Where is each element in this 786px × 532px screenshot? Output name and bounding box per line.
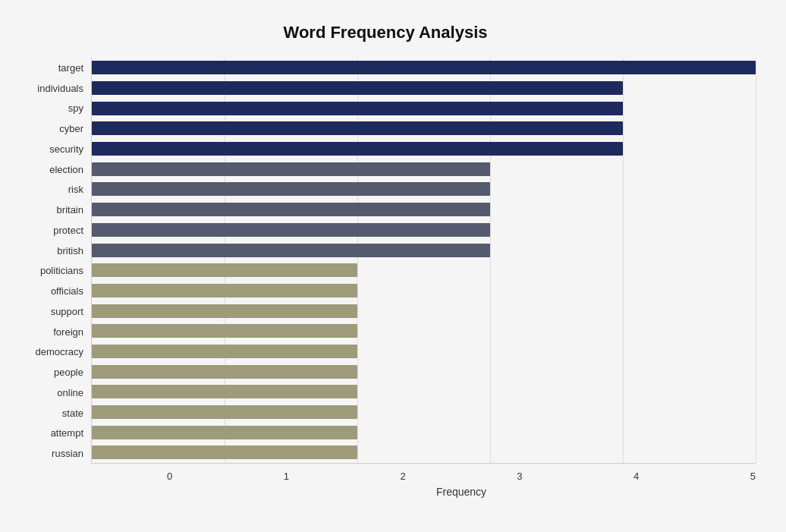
bar-state bbox=[92, 405, 357, 419]
bar-row bbox=[92, 59, 756, 76]
x-axis: 012345 bbox=[167, 467, 756, 482]
y-label-online: online bbox=[57, 388, 83, 398]
bar-row bbox=[92, 80, 756, 96]
bar-foreign bbox=[92, 324, 357, 338]
grid-line bbox=[490, 58, 491, 463]
bar-russian bbox=[92, 445, 357, 459]
bar-row bbox=[92, 140, 756, 157]
y-label-officials: officials bbox=[51, 286, 83, 296]
y-label-foreign: foreign bbox=[53, 327, 83, 337]
x-tick-5: 5 bbox=[750, 471, 756, 482]
bar-protect bbox=[92, 223, 490, 237]
grid-line bbox=[357, 58, 358, 463]
y-label-individuals: individuals bbox=[37, 83, 83, 93]
bar-row bbox=[92, 100, 756, 117]
y-label-risk: risk bbox=[68, 184, 83, 194]
chart-title: Word Frequency Analysis bbox=[15, 15, 756, 42]
bar-people bbox=[92, 365, 357, 379]
bar-security bbox=[92, 142, 623, 156]
x-tick-3: 3 bbox=[517, 471, 522, 482]
grid-line bbox=[623, 58, 624, 463]
bar-cyber bbox=[92, 121, 623, 135]
bar-democracy bbox=[92, 345, 357, 358]
y-label-britain: britain bbox=[57, 205, 83, 215]
x-tick-0: 0 bbox=[167, 471, 172, 482]
bottom-section: 012345 Frequency bbox=[91, 467, 756, 498]
bar-row bbox=[92, 444, 756, 461]
bar-officials bbox=[92, 284, 357, 297]
y-label-support: support bbox=[51, 307, 83, 316]
y-label-politicians: politicians bbox=[40, 266, 83, 275]
x-tick-2: 2 bbox=[401, 471, 406, 482]
bar-row bbox=[92, 181, 756, 197]
bar-attempt bbox=[92, 426, 357, 439]
x-tick-1: 1 bbox=[284, 471, 289, 482]
y-label-russian: russian bbox=[52, 449, 83, 458]
y-label-people: people bbox=[54, 367, 83, 377]
y-label-state: state bbox=[62, 408, 83, 418]
bar-row bbox=[92, 262, 756, 279]
bar-support bbox=[92, 304, 357, 318]
y-label-target: target bbox=[58, 63, 83, 73]
x-tick-4: 4 bbox=[634, 471, 639, 482]
chart-area: targetindividualsspycybersecurityelectio… bbox=[15, 58, 756, 498]
bar-row bbox=[92, 222, 756, 238]
bar-spy bbox=[92, 102, 623, 115]
bar-individuals bbox=[92, 81, 623, 95]
chart-container: Word Frequency Analysis targetindividual… bbox=[0, 0, 786, 532]
bar-row bbox=[92, 364, 756, 380]
y-label-cyber: cyber bbox=[59, 124, 83, 134]
bar-row bbox=[92, 383, 756, 400]
bar-row bbox=[92, 120, 756, 137]
bar-row bbox=[92, 404, 756, 420]
bar-row bbox=[92, 323, 756, 339]
bar-risk bbox=[92, 182, 490, 196]
grid-line bbox=[225, 58, 225, 463]
y-label-protect: protect bbox=[53, 225, 83, 235]
bar-row bbox=[92, 303, 756, 320]
y-label-election: election bbox=[49, 165, 83, 175]
bar-row bbox=[92, 282, 756, 299]
bar-online bbox=[92, 385, 357, 398]
bar-british bbox=[92, 244, 490, 257]
bar-row bbox=[92, 343, 756, 360]
bar-row bbox=[92, 161, 756, 178]
y-label-democracy: democracy bbox=[35, 347, 83, 357]
bar-row bbox=[92, 424, 756, 441]
bar-target bbox=[92, 61, 756, 74]
y-label-attempt: attempt bbox=[51, 428, 83, 438]
y-label-spy: spy bbox=[68, 103, 83, 113]
bars-area bbox=[91, 58, 756, 464]
bar-row bbox=[92, 242, 756, 259]
y-label-security: security bbox=[49, 144, 83, 154]
bar-britain bbox=[92, 203, 490, 216]
grid-line bbox=[756, 58, 756, 463]
bar-row bbox=[92, 201, 756, 218]
y-axis: targetindividualsspycybersecurityelectio… bbox=[15, 58, 91, 464]
bar-politicians bbox=[92, 263, 357, 277]
bar-election bbox=[92, 162, 490, 176]
y-label-british: british bbox=[57, 246, 83, 256]
x-axis-label: Frequency bbox=[167, 486, 756, 498]
